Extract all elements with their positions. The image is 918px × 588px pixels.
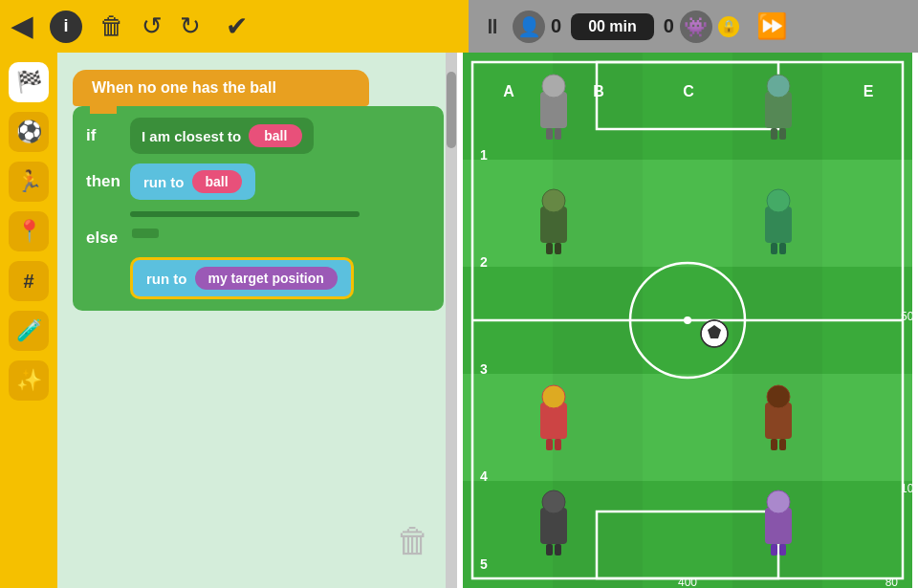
field-svg: A B C D E 1 2 3 4 5 500 400 80 100 [457,53,918,588]
sidebar-item-pin[interactable]: 📍 [9,211,49,251]
svg-rect-33 [546,128,553,140]
fast-forward-button[interactable]: ⏩ [756,11,787,41]
svg-rect-0 [463,53,912,160]
svg-text:E: E [863,83,874,99]
svg-point-60 [767,490,790,513]
svg-rect-41 [546,243,553,254]
svg-rect-4 [463,481,912,588]
else-row: else [86,229,430,248]
player1-score: 👤 0 [513,11,561,43]
check-button[interactable]: ✔ [226,11,248,42]
event-block[interactable]: When no one has the ball [73,70,369,106]
then-action-block[interactable]: run to ball [130,163,255,200]
svg-text:A: A [503,83,514,99]
then-row: then run to ball [86,163,430,200]
svg-text:3: 3 [480,361,488,377]
svg-text:100: 100 [901,482,918,495]
svg-rect-61 [771,544,777,555]
svg-point-56 [542,490,565,513]
svg-rect-34 [555,128,561,140]
delete-button[interactable]: 🗑 [99,11,124,41]
svg-text:80: 80 [885,576,899,588]
svg-text:2: 2 [480,254,488,270]
svg-text:500: 500 [901,310,918,323]
svg-text:4: 4 [480,468,488,484]
scrollbar[interactable] [446,53,457,588]
then-action-text: run to [143,174,185,190]
else-keyword: else [86,229,120,248]
sidebar: 🏁 ⚽ 🏃 📍 # 🧪 ✨ [0,53,57,588]
info-button[interactable]: i [50,11,82,43]
redo-button[interactable]: ↻ [180,11,201,41]
svg-point-52 [767,385,790,408]
svg-rect-62 [779,544,786,555]
svg-rect-3 [463,374,912,481]
svg-rect-50 [555,439,561,450]
sidebar-item-flag[interactable]: 🏁 [9,62,49,102]
divider-bar [130,211,360,217]
condition-text: I am closest to [142,128,241,144]
svg-point-48 [542,385,565,408]
svg-rect-1 [463,160,912,267]
svg-rect-45 [771,243,777,254]
svg-rect-49 [546,439,553,450]
svg-point-40 [542,189,565,212]
svg-rect-46 [779,243,786,254]
sidebar-item-ball[interactable]: ⚽ [9,112,49,152]
then-target-pill[interactable]: ball [192,170,242,193]
sidebar-item-flask[interactable]: 🧪 [9,311,49,351]
game-timer: 00 min [571,13,654,40]
svg-text:1: 1 [480,147,488,163]
svg-rect-42 [555,243,561,254]
svg-rect-57 [546,544,553,555]
sidebar-item-hashtag[interactable]: # [9,261,49,301]
svg-point-36 [767,75,790,98]
back-button[interactable]: ◀ [11,11,33,42]
svg-point-32 [542,75,565,98]
condition-block[interactable]: I am closest to ball [130,118,314,154]
svg-rect-37 [771,128,777,140]
if-keyword: if [86,126,120,145]
condition-target-pill[interactable]: ball [249,124,302,147]
if-block-container: if I am closest to ball then run to ball [73,106,444,311]
svg-rect-54 [779,439,786,450]
game-field: A B C D E 1 2 3 4 5 500 400 80 100 [457,53,918,588]
sidebar-item-magic[interactable]: ✨ [9,360,49,401]
player2-score: 0 👾 🔒 [664,11,739,43]
svg-text:5: 5 [480,556,488,572]
trash-icon[interactable]: 🗑 [396,521,430,561]
scrollbar-thumb[interactable] [447,72,456,148]
svg-text:400: 400 [678,576,697,588]
code-area: When no one has the ball if I am closest… [57,53,457,588]
sidebar-item-player[interactable]: 🏃 [9,162,49,202]
else-target-pill[interactable]: my target position [195,267,338,290]
pause-button[interactable]: ⏸ [482,14,503,39]
svg-point-44 [767,189,790,212]
svg-rect-53 [771,439,777,450]
svg-text:B: B [593,83,604,99]
if-row: if I am closest to ball [86,118,430,154]
else-action-text: run to [146,271,187,287]
else-action-block[interactable]: run to my target position [130,257,354,299]
then-keyword: then [86,172,120,191]
svg-rect-58 [555,544,561,555]
undo-button[interactable]: ↺ [142,11,163,41]
svg-rect-38 [779,128,786,140]
svg-text:C: C [683,83,694,99]
